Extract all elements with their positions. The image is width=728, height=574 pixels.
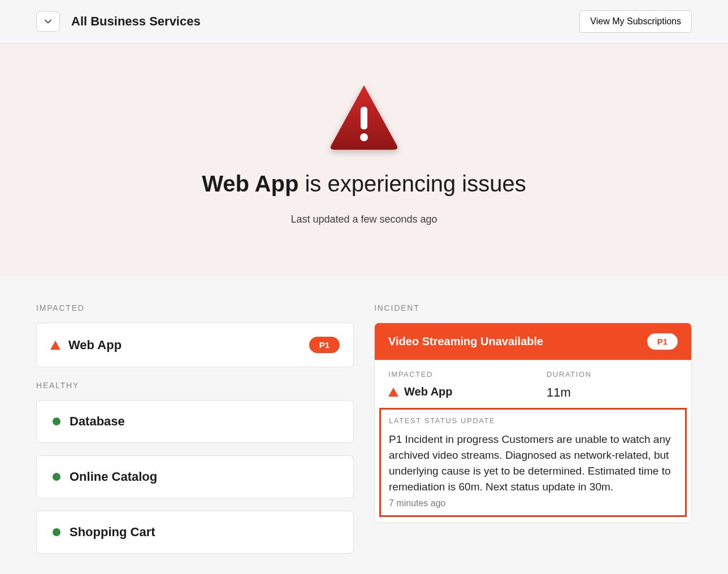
page-title: All Business Services <box>71 14 201 29</box>
healthy-service-card[interactable]: Online Catalog <box>36 455 354 498</box>
services-column: IMPACTED Web App P1 HEALTHY Database <box>36 303 354 566</box>
status-update-time: 7 minutes ago <box>389 498 677 508</box>
incident-header: Video Streaming Unavailable P1 <box>375 323 691 360</box>
incident-duration-label: DURATION <box>547 370 678 379</box>
warning-triangle-icon <box>388 388 398 397</box>
incident-duration-value: 11m <box>547 385 678 400</box>
service-card-left: Shopping Cart <box>50 525 155 540</box>
incident-impacted-service: Web App <box>404 385 453 398</box>
incident-card[interactable]: Video Streaming Unavailable P1 IMPACTED … <box>374 323 692 523</box>
impacted-section-label: IMPACTED <box>36 303 354 312</box>
healthy-section: HEALTHY Database Online Catalog Shopping… <box>36 381 354 554</box>
healthy-dot-icon <box>53 473 60 481</box>
healthy-section-label: HEALTHY <box>36 381 354 390</box>
incident-column: INCIDENT Video Streaming Unavailable P1 … <box>374 303 692 566</box>
priority-badge: P1 <box>647 333 678 350</box>
healthy-service-card[interactable]: Shopping Cart <box>36 511 354 554</box>
service-name: Shopping Cart <box>70 525 155 540</box>
service-name: Web App <box>68 338 122 353</box>
latest-status-update-box: LATEST STATUS UPDATE P1 Incident in prog… <box>379 408 687 517</box>
service-card-left: Database <box>50 414 125 429</box>
status-update-label: LATEST STATUS UPDATE <box>389 416 677 425</box>
incident-meta: IMPACTED Web App DURATION 11m <box>375 360 691 408</box>
incident-impacted-label: IMPACTED <box>388 370 519 379</box>
service-card-left: Web App <box>50 338 122 353</box>
incident-title: Video Streaming Unavailable <box>388 335 543 348</box>
hero-last-updated: Last updated a few seconds ago <box>291 214 437 225</box>
impacted-service-card[interactable]: Web App P1 <box>36 323 354 367</box>
service-card-left: Online Catalog <box>50 469 157 484</box>
hero-status-suffix: is experiencing issues <box>298 171 526 196</box>
hero-service-name: Web App <box>202 171 298 196</box>
services-dropdown-button[interactable] <box>36 11 60 32</box>
priority-badge: P1 <box>309 337 340 353</box>
svg-rect-0 <box>361 107 367 129</box>
status-hero: Web App is experiencing issues Last upda… <box>0 44 728 276</box>
topbar: All Business Services View My Subscripti… <box>0 0 728 44</box>
svg-point-1 <box>360 133 368 141</box>
incident-impacted-block: IMPACTED Web App <box>388 370 519 400</box>
healthy-dot-icon <box>53 418 60 425</box>
healthy-service-card[interactable]: Database <box>36 400 354 443</box>
healthy-dot-icon <box>53 528 60 536</box>
status-update-text: P1 Incident in progress Customers are un… <box>389 432 677 495</box>
warning-triangle-icon <box>50 341 60 350</box>
chevron-down-icon <box>44 17 53 26</box>
topbar-left: All Business Services <box>36 11 201 32</box>
incident-impacted-value: Web App <box>388 385 519 398</box>
service-name: Online Catalog <box>70 469 157 484</box>
hero-headline: Web App is experiencing issues <box>202 171 526 197</box>
warning-triangle-icon <box>328 83 400 150</box>
view-subscriptions-button[interactable]: View My Subscriptions <box>579 10 692 33</box>
incident-duration-block: DURATION 11m <box>547 370 678 400</box>
service-name: Database <box>70 414 125 429</box>
incident-section-label: INCIDENT <box>374 303 692 312</box>
content-columns: IMPACTED Web App P1 HEALTHY Database <box>0 276 728 574</box>
